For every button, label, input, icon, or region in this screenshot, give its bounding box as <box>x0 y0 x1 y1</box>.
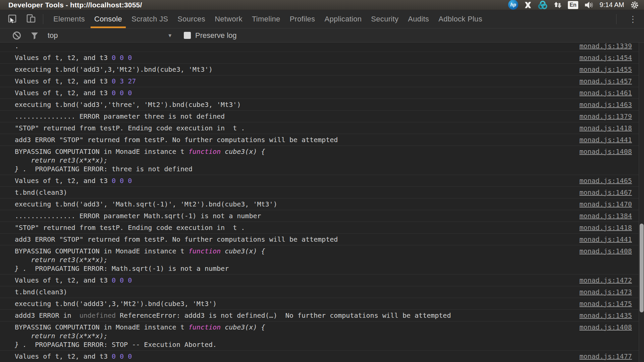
console-message-text: executing t.bnd('addd3',3,'Mt2').bnd(cub… <box>0 298 577 309</box>
console-message-text: addd3 ERROR in undefined ReferenceError:… <box>0 310 577 321</box>
source-link[interactable]: monad.js:1455 <box>577 64 644 75</box>
source-link[interactable]: monad.js:1408 <box>577 146 644 157</box>
console-message: ............... ERROR parameter Math.sqr… <box>0 210 644 222</box>
source-link[interactable]: monad.js:1418 <box>577 122 644 134</box>
tabbar-right-divider <box>616 14 616 24</box>
source-link[interactable]: monad.js:1379 <box>577 111 644 122</box>
source-link[interactable]: monad.js:1408 <box>577 245 644 257</box>
console-message: .monad.js:1339 <box>0 43 644 52</box>
console-message: BYPASSING COMPUTATION in MonadE instance… <box>0 245 644 275</box>
source-link[interactable]: monad.js:1463 <box>577 99 644 110</box>
source-link[interactable]: monad.js:1472 <box>577 275 644 286</box>
console-message-text: t.bnd(clean3) <box>0 286 577 298</box>
tab-application[interactable]: Application <box>320 10 366 28</box>
console-log-area: .monad.js:1339Values of t, t2, and t3 0 … <box>0 43 644 362</box>
source-link[interactable]: monad.js:1477 <box>577 351 644 362</box>
source-link[interactable]: monad.js:1470 <box>577 198 644 210</box>
tab-adblock-plus[interactable]: Adblock Plus <box>434 10 487 28</box>
console-message-text: "STOP" returned from testP. Ending code … <box>0 122 577 134</box>
console-message-text: Values of t, t2, and t3 0 0 0 <box>0 52 577 63</box>
tab-console[interactable]: Console <box>90 10 127 28</box>
console-message: executing t.bnd('add3', 'Math.sqrt(-1)',… <box>0 198 644 210</box>
console-message: t.bnd(clean3)monad.js:1473 <box>0 286 644 298</box>
console-message: executing t.bnd('add3',3,'Mt2').bnd(cube… <box>0 64 644 75</box>
execution-context-label: top <box>48 31 58 40</box>
console-message-text: BYPASSING COMPUTATION in MonadE instance… <box>0 245 577 274</box>
console-message-text: ............... ERROR parameter three is… <box>0 111 577 122</box>
source-link[interactable]: monad.js:1435 <box>577 310 644 321</box>
tab-network[interactable]: Network <box>210 10 247 28</box>
window-title: Developer Tools - http://localhost:3055/ <box>8 1 142 9</box>
console-message-text: executing t.bnd('add3','three', 'Mt2').b… <box>0 99 577 110</box>
console-message-text: Values of t, t2, and t3 0 0 0 <box>0 351 577 362</box>
source-link[interactable]: monad.js:1441 <box>577 134 644 145</box>
console-message: add3 ERROR "STOP" returned from testP. N… <box>0 234 644 245</box>
source-link[interactable]: monad.js:1339 <box>577 43 644 52</box>
console-messages: .monad.js:1339Values of t, t2, and t3 0 … <box>0 43 644 362</box>
tab-elements[interactable]: Elements <box>49 10 90 28</box>
tab-sources[interactable]: Sources <box>173 10 210 28</box>
console-message-text: t.bnd(clean3) <box>0 187 577 198</box>
source-link[interactable]: monad.js:1475 <box>577 298 644 309</box>
inspect-element-icon[interactable] <box>7 13 17 25</box>
cross-app-icon[interactable] <box>524 1 532 9</box>
console-message-text: Values of t, t2, and t3 0 0 0 <box>0 87 577 99</box>
console-message: "STOP" returned from testP. Ending code … <box>0 222 644 234</box>
console-message-text: Values of t, t2, and t3 0 0 0 <box>0 275 577 286</box>
preserve-log-label[interactable]: Preserve log <box>195 31 237 40</box>
tab-timeline[interactable]: Timeline <box>247 10 285 28</box>
tab-security[interactable]: Security <box>366 10 403 28</box>
console-message-text: executing t.bnd('add3',3,'Mt2').bnd(cube… <box>0 64 577 75</box>
overflow-menu-icon[interactable]: ⋮ <box>622 14 644 24</box>
console-message: Values of t, t2, and t3 0 0 0monad.js:14… <box>0 52 644 64</box>
source-link[interactable]: monad.js:1473 <box>577 286 644 298</box>
clock[interactable]: 9:14 AM <box>600 1 624 9</box>
filter-icon[interactable] <box>30 31 39 40</box>
console-message-text: executing t.bnd('add3', 'Math.sqrt(-1)',… <box>0 198 577 210</box>
knot-app-icon[interactable] <box>538 0 548 10</box>
source-link[interactable]: monad.js:1461 <box>577 87 644 99</box>
console-message-text: add3 ERROR "STOP" returned from testP. N… <box>0 134 577 145</box>
console-message: add3 ERROR "STOP" returned from testP. N… <box>0 134 644 146</box>
tabbar-right: ⋮ <box>611 10 644 28</box>
source-link[interactable]: monad.js:1467 <box>577 187 644 198</box>
tab-scratch-js[interactable]: Scratch JS <box>127 10 173 28</box>
clear-console-icon[interactable] <box>12 31 21 40</box>
console-message-text: BYPASSING COMPUTATION in MonadE instance… <box>0 321 577 350</box>
console-message: "STOP" returned from testP. Ending code … <box>0 122 644 134</box>
hp-logo-icon[interactable]: hp <box>508 0 518 10</box>
console-message-text: "STOP" returned from testP. Ending code … <box>0 222 577 233</box>
console-message-text: . <box>0 43 577 52</box>
source-link[interactable]: monad.js:1465 <box>577 175 644 186</box>
keyboard-layout-indicator[interactable]: En <box>568 1 578 9</box>
source-link[interactable]: monad.js:1457 <box>577 75 644 87</box>
console-message: Values of t, t2, and t3 0 0 0monad.js:14… <box>0 351 644 362</box>
console-message: addd3 ERROR in undefined ReferenceError:… <box>0 310 644 321</box>
source-link[interactable]: monad.js:1418 <box>577 222 644 233</box>
execution-context-selector[interactable]: top ▼ <box>48 31 172 40</box>
devtools-left-tools <box>0 10 38 28</box>
console-message: ............... ERROR parameter three is… <box>0 111 644 122</box>
console-message: Values of t, t2, and t3 0 0 0monad.js:14… <box>0 87 644 99</box>
device-toolbar-icon[interactable] <box>25 13 36 25</box>
console-message: Values of t, t2, and t3 0 0 0monad.js:14… <box>0 275 644 286</box>
session-gear-icon[interactable] <box>630 0 639 10</box>
volume-icon[interactable] <box>584 1 594 9</box>
preserve-log-checkbox[interactable] <box>184 32 191 39</box>
console-message: t.bnd(clean3)monad.js:1467 <box>0 187 644 198</box>
tab-audits[interactable]: Audits <box>403 10 434 28</box>
source-link[interactable]: monad.js:1454 <box>577 52 644 63</box>
network-arrows-icon[interactable] <box>553 1 562 9</box>
source-link[interactable]: monad.js:1408 <box>577 321 644 333</box>
console-message-text: Values of t, t2, and t3 0 3 27 <box>0 75 577 87</box>
console-message: Values of t, t2, and t3 0 0 0monad.js:14… <box>0 175 644 187</box>
source-link[interactable]: monad.js:1384 <box>577 210 644 222</box>
system-tray: hp En 9:14 AM <box>508 0 639 10</box>
tab-profiles[interactable]: Profiles <box>285 10 320 28</box>
scrollbar-track[interactable] <box>639 43 644 362</box>
console-message-text: Values of t, t2, and t3 0 0 0 <box>0 175 577 186</box>
source-link[interactable]: monad.js:1441 <box>577 234 644 245</box>
toolbar-divider <box>43 14 43 24</box>
chevron-down-icon: ▼ <box>167 33 172 38</box>
scrollbar-thumb[interactable] <box>640 224 644 312</box>
